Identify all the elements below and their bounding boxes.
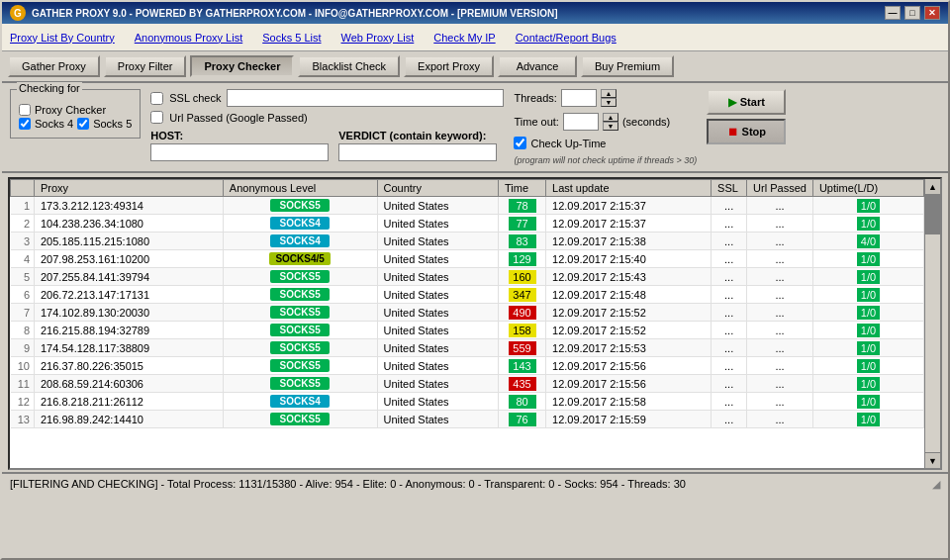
response-time: 77 bbox=[499, 215, 546, 233]
menubar: Proxy List By Country Anonymous Proxy Li… bbox=[2, 24, 948, 51]
row-num: 2 bbox=[11, 215, 35, 233]
response-time: 83 bbox=[499, 233, 546, 250]
response-time: 160 bbox=[499, 268, 546, 286]
advance-button[interactable]: Advance bbox=[498, 55, 577, 77]
table-row[interactable]: 4 207.98.253.161:10200 SOCKS4/5 United S… bbox=[11, 250, 924, 268]
table-row[interactable]: 10 216.37.80.226:35015 SOCKS5 United Sta… bbox=[11, 357, 924, 375]
buy-premium-button[interactable]: Buy Premium bbox=[581, 55, 674, 77]
country: United States bbox=[377, 250, 499, 268]
ssl-status: ... bbox=[712, 357, 747, 375]
col-country: Country bbox=[377, 180, 499, 197]
last-update: 12.09.2017 2:15:37 bbox=[546, 197, 712, 215]
timeout-input[interactable]: 20 bbox=[563, 113, 599, 131]
check-uptime-label: Check Up-Time bbox=[530, 138, 606, 149]
anon-level: SOCKS5 bbox=[223, 339, 377, 357]
url-passed-checkbox[interactable] bbox=[150, 111, 163, 124]
response-time: 129 bbox=[499, 250, 546, 268]
col-num bbox=[11, 180, 35, 197]
country: United States bbox=[377, 215, 499, 233]
threads-up-button[interactable]: ▲ bbox=[601, 89, 617, 98]
proxy-checker-checkbox[interactable] bbox=[19, 104, 31, 116]
response-time: 76 bbox=[499, 411, 546, 428]
ssl-status: ... bbox=[712, 215, 747, 233]
table-row[interactable]: 13 216.98.89.242:14410 SOCKS5 United Sta… bbox=[11, 411, 924, 428]
last-update: 12.09.2017 2:15:56 bbox=[546, 357, 712, 375]
table-row[interactable]: 1 173.3.212.123:49314 SOCKS5 United Stat… bbox=[11, 197, 924, 215]
resize-handle[interactable]: ◢ bbox=[932, 478, 940, 491]
uptime: 1/0 bbox=[812, 393, 923, 411]
table-row[interactable]: 8 216.215.88.194:32789 SOCKS5 United Sta… bbox=[11, 322, 924, 339]
row-num: 7 bbox=[11, 304, 35, 322]
table-row[interactable]: 11 208.68.59.214:60306 SOCKS5 United Sta… bbox=[11, 375, 924, 393]
url-passed-status: ... bbox=[747, 393, 813, 411]
proxy-address: 173.3.212.123:49314 bbox=[35, 197, 224, 215]
ssl-url-input[interactable]: https://www.google.com bbox=[227, 89, 504, 107]
scrollbar[interactable]: ▲ ▼ bbox=[924, 179, 940, 468]
menu-proxy-list-by-country[interactable]: Proxy List By Country bbox=[10, 32, 115, 44]
menu-contact-report-bugs[interactable]: Contact/Report Bugs bbox=[516, 32, 617, 44]
row-num: 5 bbox=[11, 268, 35, 286]
menu-socks5-list[interactable]: Socks 5 List bbox=[262, 32, 321, 44]
anon-level: SOCKS5 bbox=[223, 304, 377, 322]
menu-anonymous-proxy-list[interactable]: Anonymous Proxy List bbox=[135, 32, 242, 44]
scroll-thumb[interactable] bbox=[925, 195, 940, 234]
table-row[interactable]: 2 104.238.236.34:1080 SOCKS4 United Stat… bbox=[11, 215, 924, 233]
checking-for-label: Checking for bbox=[17, 82, 82, 94]
threads-down-button[interactable]: ▼ bbox=[601, 98, 617, 107]
socks5-checkbox[interactable] bbox=[77, 118, 89, 130]
proxy-filter-button[interactable]: Proxy Filter bbox=[104, 55, 187, 77]
timeout-up-button[interactable]: ▲ bbox=[603, 113, 618, 122]
proxy-address: 208.68.59.214:60306 bbox=[35, 375, 224, 393]
timeout-down-button[interactable]: ▼ bbox=[603, 122, 618, 131]
table-row[interactable]: 12 216.8.218.211:26112 SOCKS4 United Sta… bbox=[11, 393, 924, 411]
proxy-address: 216.215.88.194:32789 bbox=[35, 322, 224, 339]
table-row[interactable]: 3 205.185.115.215:1080 SOCKS4 United Sta… bbox=[11, 233, 924, 250]
last-update: 12.09.2017 2:15:53 bbox=[546, 339, 712, 357]
menu-check-my-ip[interactable]: Check My IP bbox=[433, 32, 495, 44]
url-passed-status: ... bbox=[747, 304, 813, 322]
proxy-address: 216.98.89.242:14410 bbox=[35, 411, 224, 428]
url-passed-label: Url Passed (Google Passed) bbox=[169, 112, 307, 124]
scroll-up-button[interactable]: ▲ bbox=[925, 179, 940, 195]
last-update: 12.09.2017 2:15:58 bbox=[546, 393, 712, 411]
proxy-address: 205.185.115.215:1080 bbox=[35, 233, 224, 250]
menu-web-proxy-list[interactable]: Web Proxy List bbox=[341, 32, 415, 44]
blacklist-check-button[interactable]: Blacklist Check bbox=[298, 55, 400, 77]
proxy-checker-button[interactable]: Proxy Checker bbox=[190, 55, 294, 77]
uptime: 1/0 bbox=[812, 268, 923, 286]
last-update: 12.09.2017 2:15:37 bbox=[546, 215, 712, 233]
table-row[interactable]: 9 174.54.128.117:38809 SOCKS5 United Sta… bbox=[11, 339, 924, 357]
ssl-status: ... bbox=[712, 375, 747, 393]
row-num: 13 bbox=[11, 411, 35, 428]
table-header-row: Proxy Anonymous Level Country Time Last … bbox=[11, 180, 924, 197]
minimize-button[interactable]: — bbox=[885, 6, 901, 20]
export-proxy-button[interactable]: Export Proxy bbox=[404, 55, 494, 77]
anon-level: SOCKS4/5 bbox=[223, 250, 377, 268]
start-button[interactable]: ▶ Start bbox=[707, 89, 786, 115]
uptime-note: (program will not check uptime if thread… bbox=[514, 155, 697, 165]
socks4-checkbox[interactable] bbox=[19, 118, 31, 130]
check-uptime-checkbox[interactable] bbox=[514, 137, 526, 149]
table-scroll: Proxy Anonymous Level Country Time Last … bbox=[10, 179, 924, 468]
threads-input[interactable]: 30 bbox=[561, 89, 597, 107]
titlebar-controls: — □ ✕ bbox=[885, 6, 940, 20]
col-time: Time bbox=[499, 180, 546, 197]
proxy-table-container: Proxy Anonymous Level Country Time Last … bbox=[8, 177, 942, 470]
table-row[interactable]: 7 174.102.89.130:20030 SOCKS5 United Sta… bbox=[11, 304, 924, 322]
gather-proxy-button[interactable]: Gather Proxy bbox=[8, 55, 100, 77]
uptime: 1/0 bbox=[812, 375, 923, 393]
maximize-button[interactable]: □ bbox=[904, 6, 920, 20]
response-time: 78 bbox=[499, 197, 546, 215]
table-row[interactable]: 5 207.255.84.141:39794 SOCKS5 United Sta… bbox=[11, 268, 924, 286]
col-lastupdate: Last update bbox=[546, 180, 712, 197]
ssl-check-checkbox[interactable] bbox=[150, 92, 163, 105]
verdict-input[interactable]: schema.org bbox=[338, 143, 497, 161]
uptime: 1/0 bbox=[812, 322, 923, 339]
start-stop-section: ▶ Start ⏹ Stop bbox=[707, 89, 786, 144]
scroll-down-button[interactable]: ▼ bbox=[925, 452, 940, 468]
last-update: 12.09.2017 2:15:59 bbox=[546, 411, 712, 428]
close-button[interactable]: ✕ bbox=[924, 6, 940, 20]
stop-button[interactable]: ⏹ Stop bbox=[707, 119, 786, 144]
table-row[interactable]: 6 206.72.213.147:17131 SOCKS5 United Sta… bbox=[11, 286, 924, 304]
host-input[interactable]: http://www.google.com/search?pw bbox=[150, 143, 329, 161]
